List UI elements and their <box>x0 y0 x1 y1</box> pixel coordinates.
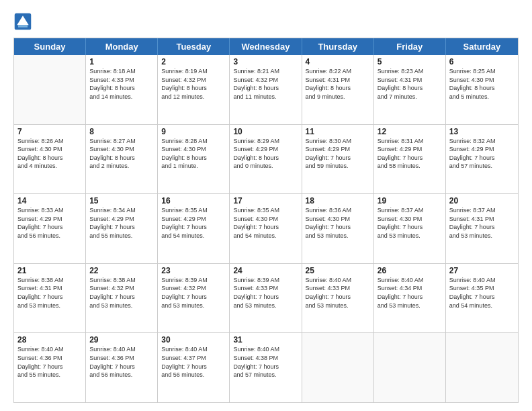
day-number: 15 <box>89 196 154 205</box>
day-info: Sunrise: 8:31 AM Sunset: 4:29 PM Dayligh… <box>378 137 442 171</box>
day-info: Sunrise: 8:36 AM Sunset: 4:30 PM Dayligh… <box>306 206 370 240</box>
day-info: Sunrise: 8:35 AM Sunset: 4:30 PM Dayligh… <box>233 206 298 240</box>
page: SundayMondayTuesdayWednesdayThursdayFrid… <box>0 0 532 411</box>
day-info: Sunrise: 8:29 AM Sunset: 4:29 PM Dayligh… <box>233 137 298 171</box>
day-info: Sunrise: 8:40 AM Sunset: 4:34 PM Dayligh… <box>378 276 442 310</box>
empty-cell <box>14 55 86 124</box>
day-number: 5 <box>378 57 442 66</box>
day-cell-15: 15Sunrise: 8:34 AM Sunset: 4:29 PM Dayli… <box>86 194 158 263</box>
day-info: Sunrise: 8:40 AM Sunset: 4:33 PM Dayligh… <box>306 276 370 310</box>
empty-cell <box>302 333 374 402</box>
svg-rect-2 <box>18 25 28 28</box>
day-info: Sunrise: 8:40 AM Sunset: 4:36 PM Dayligh… <box>89 345 154 379</box>
day-cell-22: 22Sunrise: 8:38 AM Sunset: 4:32 PM Dayli… <box>86 264 158 333</box>
day-number: 20 <box>449 196 515 205</box>
day-info: Sunrise: 8:37 AM Sunset: 4:30 PM Dayligh… <box>378 206 442 240</box>
day-cell-4: 4Sunrise: 8:22 AM Sunset: 4:31 PM Daylig… <box>302 55 374 124</box>
day-cell-16: 16Sunrise: 8:35 AM Sunset: 4:29 PM Dayli… <box>158 194 230 263</box>
day-number: 21 <box>17 266 82 275</box>
day-info: Sunrise: 8:39 AM Sunset: 4:32 PM Dayligh… <box>161 276 226 310</box>
day-info: Sunrise: 8:22 AM Sunset: 4:31 PM Dayligh… <box>306 67 370 101</box>
day-number: 3 <box>233 57 298 66</box>
day-info: Sunrise: 8:38 AM Sunset: 4:32 PM Dayligh… <box>89 276 154 310</box>
day-header-friday: Friday <box>374 38 446 55</box>
day-cell-7: 7Sunrise: 8:26 AM Sunset: 4:30 PM Daylig… <box>14 125 86 194</box>
day-number: 18 <box>306 196 370 205</box>
day-cell-11: 11Sunrise: 8:30 AM Sunset: 4:29 PM Dayli… <box>302 125 374 194</box>
day-cell-2: 2Sunrise: 8:19 AM Sunset: 4:32 PM Daylig… <box>158 55 230 124</box>
empty-cell <box>374 333 446 402</box>
day-cell-5: 5Sunrise: 8:23 AM Sunset: 4:31 PM Daylig… <box>374 55 446 124</box>
day-number: 28 <box>17 335 82 345</box>
day-cell-31: 31Sunrise: 8:40 AM Sunset: 4:38 PM Dayli… <box>230 333 302 402</box>
day-number: 24 <box>233 266 298 275</box>
day-info: Sunrise: 8:18 AM Sunset: 4:33 PM Dayligh… <box>89 67 154 101</box>
day-header-sunday: Sunday <box>14 38 86 55</box>
day-header-monday: Monday <box>86 38 158 55</box>
day-header-wednesday: Wednesday <box>230 38 302 55</box>
day-number: 17 <box>233 196 298 205</box>
week-row-4: 21Sunrise: 8:38 AM Sunset: 4:31 PM Dayli… <box>14 263 518 333</box>
day-cell-3: 3Sunrise: 8:21 AM Sunset: 4:32 PM Daylig… <box>230 55 302 124</box>
day-number: 22 <box>89 266 154 275</box>
logo-icon <box>13 12 32 31</box>
day-number: 26 <box>378 266 442 275</box>
week-row-2: 7Sunrise: 8:26 AM Sunset: 4:30 PM Daylig… <box>14 124 518 194</box>
day-info: Sunrise: 8:30 AM Sunset: 4:29 PM Dayligh… <box>306 137 370 171</box>
logo <box>13 12 35 31</box>
day-info: Sunrise: 8:23 AM Sunset: 4:31 PM Dayligh… <box>378 67 442 101</box>
day-info: Sunrise: 8:40 AM Sunset: 4:38 PM Dayligh… <box>233 345 298 379</box>
day-number: 1 <box>89 57 154 66</box>
day-cell-12: 12Sunrise: 8:31 AM Sunset: 4:29 PM Dayli… <box>374 125 446 194</box>
day-cell-14: 14Sunrise: 8:33 AM Sunset: 4:29 PM Dayli… <box>14 194 86 263</box>
day-number: 16 <box>161 196 226 205</box>
day-cell-29: 29Sunrise: 8:40 AM Sunset: 4:36 PM Dayli… <box>86 333 158 402</box>
day-header-tuesday: Tuesday <box>158 38 230 55</box>
day-cell-24: 24Sunrise: 8:39 AM Sunset: 4:33 PM Dayli… <box>230 264 302 333</box>
day-number: 13 <box>449 127 515 136</box>
day-info: Sunrise: 8:38 AM Sunset: 4:31 PM Dayligh… <box>17 276 82 310</box>
day-info: Sunrise: 8:27 AM Sunset: 4:30 PM Dayligh… <box>89 137 154 171</box>
calendar-header: SundayMondayTuesdayWednesdayThursdayFrid… <box>14 38 518 55</box>
day-cell-18: 18Sunrise: 8:36 AM Sunset: 4:30 PM Dayli… <box>302 194 374 263</box>
day-info: Sunrise: 8:19 AM Sunset: 4:32 PM Dayligh… <box>161 67 226 101</box>
day-number: 11 <box>306 127 370 136</box>
day-info: Sunrise: 8:40 AM Sunset: 4:37 PM Dayligh… <box>161 345 226 379</box>
day-header-saturday: Saturday <box>446 38 518 55</box>
day-number: 23 <box>161 266 226 275</box>
day-number: 10 <box>233 127 298 136</box>
day-cell-30: 30Sunrise: 8:40 AM Sunset: 4:37 PM Dayli… <box>158 333 230 402</box>
empty-cell <box>446 333 518 402</box>
day-info: Sunrise: 8:40 AM Sunset: 4:36 PM Dayligh… <box>17 345 82 379</box>
day-number: 19 <box>378 196 442 205</box>
day-cell-19: 19Sunrise: 8:37 AM Sunset: 4:30 PM Dayli… <box>374 194 446 263</box>
day-cell-27: 27Sunrise: 8:40 AM Sunset: 4:35 PM Dayli… <box>446 264 518 333</box>
day-cell-25: 25Sunrise: 8:40 AM Sunset: 4:33 PM Dayli… <box>302 264 374 333</box>
day-info: Sunrise: 8:40 AM Sunset: 4:35 PM Dayligh… <box>449 276 515 310</box>
day-number: 4 <box>306 57 370 66</box>
week-row-3: 14Sunrise: 8:33 AM Sunset: 4:29 PM Dayli… <box>14 193 518 263</box>
day-cell-10: 10Sunrise: 8:29 AM Sunset: 4:29 PM Dayli… <box>230 125 302 194</box>
week-row-1: 1Sunrise: 8:18 AM Sunset: 4:33 PM Daylig… <box>14 55 518 124</box>
day-info: Sunrise: 8:39 AM Sunset: 4:33 PM Dayligh… <box>233 276 298 310</box>
day-number: 12 <box>378 127 442 136</box>
day-number: 14 <box>17 196 82 205</box>
day-info: Sunrise: 8:26 AM Sunset: 4:30 PM Dayligh… <box>17 137 82 171</box>
day-number: 29 <box>89 335 154 345</box>
day-cell-13: 13Sunrise: 8:32 AM Sunset: 4:29 PM Dayli… <box>446 125 518 194</box>
day-number: 6 <box>449 57 515 66</box>
calendar-body: 1Sunrise: 8:18 AM Sunset: 4:33 PM Daylig… <box>14 55 518 402</box>
day-cell-26: 26Sunrise: 8:40 AM Sunset: 4:34 PM Dayli… <box>374 264 446 333</box>
day-info: Sunrise: 8:28 AM Sunset: 4:30 PM Dayligh… <box>161 137 226 171</box>
header <box>13 12 519 31</box>
day-number: 9 <box>161 127 226 136</box>
day-cell-8: 8Sunrise: 8:27 AM Sunset: 4:30 PM Daylig… <box>86 125 158 194</box>
day-cell-9: 9Sunrise: 8:28 AM Sunset: 4:30 PM Daylig… <box>158 125 230 194</box>
week-row-5: 28Sunrise: 8:40 AM Sunset: 4:36 PM Dayli… <box>14 332 518 402</box>
day-info: Sunrise: 8:35 AM Sunset: 4:29 PM Dayligh… <box>161 206 226 240</box>
day-header-thursday: Thursday <box>302 38 374 55</box>
day-cell-1: 1Sunrise: 8:18 AM Sunset: 4:33 PM Daylig… <box>86 55 158 124</box>
day-number: 2 <box>161 57 226 66</box>
calendar: SundayMondayTuesdayWednesdayThursdayFrid… <box>13 38 519 403</box>
day-number: 25 <box>306 266 370 275</box>
